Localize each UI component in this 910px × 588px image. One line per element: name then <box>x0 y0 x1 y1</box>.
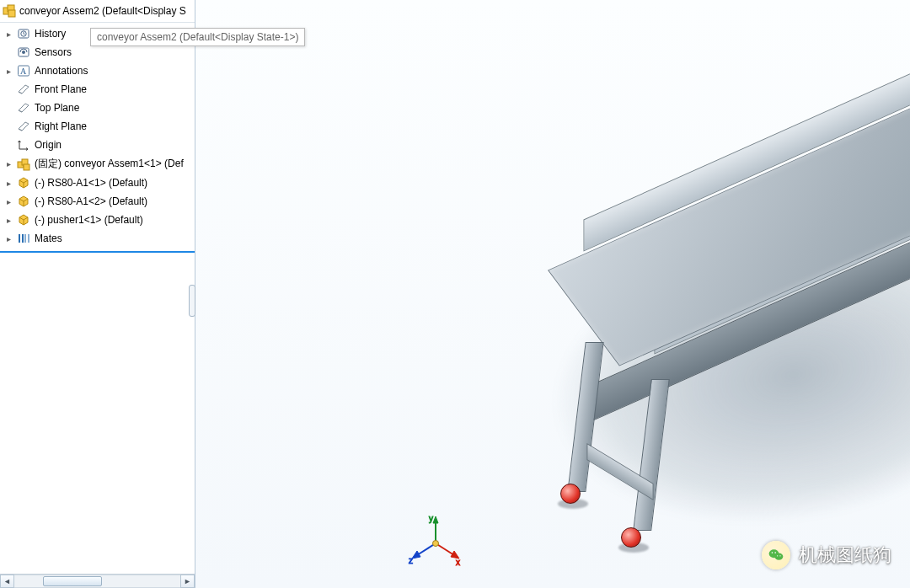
tree-item-label: (-) RS80-A1<1> (Default) <box>35 177 147 189</box>
assembly-icon <box>3 4 16 18</box>
svg-rect-2 <box>8 10 15 17</box>
caster-wheel <box>621 527 641 548</box>
tree-item[interactable]: ▸(-) RS80-A1<1> (Default) <box>0 174 195 192</box>
scroll-track[interactable] <box>14 575 180 588</box>
orientation-triad[interactable]: y x z <box>406 514 465 573</box>
tree-item-label: Origin <box>35 139 62 151</box>
tree-item[interactable]: ▸Mates <box>0 229 195 248</box>
svg-point-22 <box>774 552 776 553</box>
watermark-text: 机械图纸狗 <box>799 543 891 568</box>
tree-item-label: Annotations <box>35 65 88 77</box>
tree-item[interactable]: ▸Top Plane <box>0 99 195 117</box>
tree-root-label: conveyor Assem2 (Default<Display S <box>19 5 186 17</box>
feature-tree[interactable]: conveyor Assem2 (Default<Display S ▸Hist… <box>0 0 195 574</box>
mates-icon <box>17 232 30 245</box>
expand-arrow-icon[interactable]: ▸ <box>5 198 13 206</box>
scroll-thumb[interactable] <box>43 576 102 586</box>
axis-y-label: y <box>429 514 433 523</box>
part-icon <box>17 176 30 190</box>
svg-text:A: A <box>20 67 27 76</box>
svg-point-23 <box>777 555 778 556</box>
tree-item[interactable]: ▸(-) RS80-A1<2> (Default) <box>0 192 195 211</box>
expand-arrow-icon[interactable]: ▸ <box>5 67 13 75</box>
tree-item-label: (固定) conveyor Assem1<1> (Def <box>35 157 184 171</box>
expand-arrow-icon[interactable]: ▸ <box>5 235 13 243</box>
svg-marker-13 <box>433 516 438 523</box>
tree-item-label: Right Plane <box>35 120 87 132</box>
part-icon <box>17 195 30 208</box>
tree-item[interactable]: ▸Front Plane <box>0 80 195 99</box>
svg-marker-17 <box>412 551 420 559</box>
tree-h-scrollbar[interactable]: ◄ ► <box>0 574 195 588</box>
axis-z-label: z <box>409 556 413 565</box>
plane-icon <box>17 83 30 96</box>
tree-item-label: Sensors <box>35 46 72 58</box>
svg-point-18 <box>433 541 439 547</box>
expand-arrow-icon[interactable]: ▸ <box>5 179 13 187</box>
subasm-icon <box>17 158 30 171</box>
tree-item-label: (-) pusher1<1> (Default) <box>35 214 143 226</box>
tree-item[interactable]: ▸(固定) conveyor Assem1<1> (Def <box>0 154 195 174</box>
tree-tooltip: conveyor Assem2 (Default<Display State-1… <box>90 28 305 46</box>
svg-rect-11 <box>24 164 29 170</box>
history-icon <box>17 27 30 40</box>
scroll-right-button[interactable]: ► <box>180 575 195 588</box>
scroll-left-button[interactable]: ◄ <box>0 575 14 588</box>
tree-item-label: Front Plane <box>35 83 87 95</box>
tree-item[interactable]: ▸AAnnotations <box>0 61 195 80</box>
plane-icon <box>17 101 30 115</box>
svg-point-6 <box>22 51 25 54</box>
feature-tree-panel: conveyor Assem2 (Default<Display S ▸Hist… <box>0 0 195 588</box>
tree-item-label: Top Plane <box>35 102 79 114</box>
tree-root-node[interactable]: conveyor Assem2 (Default<Display S <box>0 0 195 23</box>
solidworks-app: conveyor Assem2 (Default<Display S ▸Hist… <box>0 0 910 588</box>
part-icon <box>17 213 30 227</box>
tree-item-label: Mates <box>35 233 62 244</box>
sensors-icon <box>17 45 30 59</box>
expand-arrow-icon[interactable]: ▸ <box>5 216 13 224</box>
svg-point-20 <box>774 553 783 560</box>
annotations-icon: A <box>17 64 30 78</box>
plane-icon <box>17 120 30 133</box>
tree-end-marker <box>0 251 195 253</box>
tree-item-label: History <box>35 28 66 40</box>
axis-x-label: x <box>456 558 460 567</box>
graphics-viewport[interactable]: y x z 机械图纸狗 <box>195 0 910 588</box>
panel-resize-grip[interactable] <box>189 285 195 317</box>
watermark: 机械图纸狗 <box>762 541 891 569</box>
tree-item[interactable]: ▸(-) pusher1<1> (Default) <box>0 211 195 229</box>
model-render <box>195 0 910 588</box>
svg-point-21 <box>772 552 774 553</box>
svg-point-24 <box>779 555 780 556</box>
tree-children: ▸History▸Sensors▸AAnnotations▸Front Plan… <box>0 23 195 249</box>
tree-item[interactable]: ▸Origin <box>0 136 195 154</box>
tree-item-label: (-) RS80-A1<2> (Default) <box>35 195 147 207</box>
conveyor-model <box>507 25 910 505</box>
origin-icon <box>17 138 30 152</box>
wechat-icon <box>762 541 790 569</box>
expand-arrow-icon[interactable]: ▸ <box>5 30 13 38</box>
tree-item[interactable]: ▸Right Plane <box>0 117 195 136</box>
expand-arrow-icon[interactable]: ▸ <box>5 160 13 168</box>
caster-wheel <box>560 484 581 504</box>
